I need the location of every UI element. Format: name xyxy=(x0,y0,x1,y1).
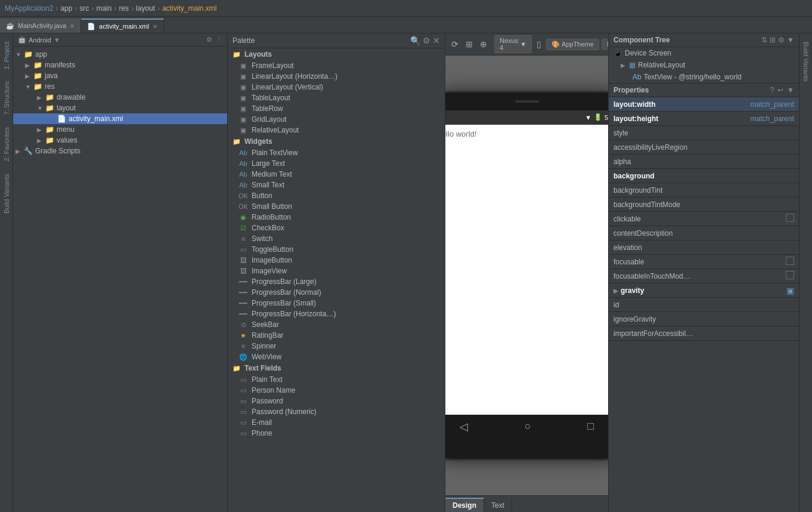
comp-tree-textview[interactable]: Ab TextView - @string/hello_world xyxy=(609,71,799,83)
prop-layout-width[interactable]: layout:width match_parent xyxy=(609,97,799,112)
palette-item-phone[interactable]: ▭ Phone xyxy=(228,428,445,439)
portrait-button[interactable]: ▯ xyxy=(534,38,544,50)
palette-menu-button[interactable]: ⚙ xyxy=(423,36,430,45)
palette-item-framelayout[interactable]: ▣ FrameLayout xyxy=(228,60,445,71)
palette-section-layouts[interactable]: 📁 Layouts xyxy=(228,48,445,60)
tree-item-menu[interactable]: ▶ 📁 menu xyxy=(13,124,227,135)
palette-search-button[interactable]: 🔍 xyxy=(410,36,420,45)
palette-item-tablerow[interactable]: ▣ TableRow xyxy=(228,103,445,114)
back-button[interactable]: ◁ xyxy=(460,420,468,433)
close-icon[interactable]: ✕ xyxy=(153,23,157,30)
prop-background-tint[interactable]: backgroundTint xyxy=(609,183,799,198)
zoom-in-button[interactable]: ⊕ xyxy=(478,38,489,50)
prop-elevation[interactable]: elevation xyxy=(609,240,799,255)
palette-item-checkbox[interactable]: ☑ CheckBox xyxy=(228,223,445,233)
prop-accessibility-live-region[interactable]: accessibilityLiveRegion xyxy=(609,140,799,155)
side-tab-build-variants[interactable]: Build Variants xyxy=(2,170,11,217)
tree-item-drawable[interactable]: ▶ 📁 drawable xyxy=(13,92,227,103)
device-selector[interactable]: Nexus 4 ▼ xyxy=(494,35,532,53)
palette-item-ratingbar[interactable]: ★ RatingBar xyxy=(228,330,445,341)
palette-item-progressbar-small[interactable]: ━━ ProgressBar (Small) xyxy=(228,298,445,309)
tree-item-app[interactable]: ▼ 📁 app xyxy=(13,49,227,60)
rotate-button[interactable]: ⟳ xyxy=(449,38,461,50)
palette-item-spinner[interactable]: ≡ Spinner xyxy=(228,341,445,351)
palette-item-progressbar-horizontal[interactable]: ━━ ProgressBar (Horizonta…) xyxy=(228,309,445,319)
tab-activity-main-xml[interactable]: 📄 activity_main.xml ✕ xyxy=(81,18,164,33)
help-icon[interactable]: ? xyxy=(770,86,774,94)
prop-content-description[interactable]: contentDescription xyxy=(609,226,799,240)
palette-item-tablelayout[interactable]: ▣ TableLayout xyxy=(228,92,445,103)
gear-icon[interactable]: ⚙ xyxy=(778,36,785,44)
palette-item-linearlayout-h[interactable]: ▣ LinearLayout (Horizonta…) xyxy=(228,71,445,82)
palette-item-relativelayout[interactable]: ▣ RelativeLayout xyxy=(228,125,445,135)
filter-icon[interactable]: ▼ xyxy=(787,86,794,94)
tree-item-activity-main[interactable]: 📄 activity_main.xml xyxy=(13,113,227,124)
undo-icon[interactable]: ↩ xyxy=(777,86,783,94)
palette-item-small-text[interactable]: Ab Small Text xyxy=(228,180,445,190)
tree-item-res[interactable]: ▼ 📁 res xyxy=(13,81,227,92)
palette-item-seekbar[interactable]: ⊙ SeekBar xyxy=(228,319,445,330)
tree-item-java[interactable]: ▶ 📁 java xyxy=(13,70,227,81)
palette-item-webview[interactable]: 🌐 WebView xyxy=(228,351,445,362)
prop-background-tint-mode[interactable]: backgroundTintMode xyxy=(609,198,799,212)
palette-item-small-button[interactable]: OK Small Button xyxy=(228,201,445,212)
side-tab-favorites[interactable]: 2: Favorites xyxy=(2,124,11,165)
tree-item-values[interactable]: ▶ 📁 values xyxy=(13,135,227,146)
palette-item-linearlayout-v[interactable]: ▣ LinearLayout (Vertical) xyxy=(228,82,445,92)
checkbox-focusable[interactable] xyxy=(786,257,794,265)
tree-item-manifests[interactable]: ▶ 📁 manifests xyxy=(13,60,227,70)
palette-item-progressbar-large[interactable]: ━━ ProgressBar (Large) xyxy=(228,276,445,287)
checkbox-focusable-touch[interactable] xyxy=(786,271,794,279)
fit-button[interactable]: ⊞ xyxy=(463,38,475,50)
prop-important-accessibility[interactable]: importantForAccessibil… xyxy=(609,326,799,341)
filter-icon[interactable]: ▼ xyxy=(787,36,794,44)
palette-item-large-text[interactable]: Ab Large Text xyxy=(228,158,445,169)
palette-item-medium-text[interactable]: Ab Medium Text xyxy=(228,169,445,180)
tree-item-layout[interactable]: ▼ 📁 layout xyxy=(13,103,227,113)
palette-close-button[interactable]: ✕ xyxy=(433,36,440,45)
right-side-tab-build-variants[interactable]: Build Variants xyxy=(801,38,811,85)
gear-icon[interactable]: ⚙ xyxy=(206,36,212,44)
tree-item-gradle[interactable]: ▶ 🔧 Gradle Scripts xyxy=(13,146,227,156)
prop-background[interactable]: background xyxy=(609,169,799,183)
palette-section-widgets[interactable]: 📁 Widgets xyxy=(228,135,445,147)
checkbox-clickable[interactable] xyxy=(786,214,794,222)
prop-gravity[interactable]: ▶gravity ▣ xyxy=(609,283,799,298)
prop-layout-height[interactable]: layout:height match_parent xyxy=(609,112,799,126)
sort-alpha-icon[interactable]: ⊞ xyxy=(770,36,776,44)
palette-section-text-fields[interactable]: 📁 Text Fields xyxy=(228,362,445,374)
side-tab-project[interactable]: 1: Project xyxy=(2,38,11,73)
prop-clickable[interactable]: clickable xyxy=(609,212,799,226)
palette-item-togglebutton[interactable]: ▭ ToggleButton xyxy=(228,244,445,255)
palette-item-progressbar-normal[interactable]: ━━ ProgressBar (Normal) xyxy=(228,287,445,298)
comp-tree-relativelayout[interactable]: ▶ ▦ RelativeLayout xyxy=(609,59,799,71)
palette-item-gridlayout[interactable]: ▣ GridLayout xyxy=(228,114,445,125)
prop-id[interactable]: id xyxy=(609,298,799,312)
tab-text[interactable]: Text xyxy=(484,499,512,512)
palette-item-radiobutton[interactable]: ◉ RadioButton xyxy=(228,212,445,223)
prop-focusable[interactable]: focusable xyxy=(609,255,799,269)
palette-item-password[interactable]: ▭ Password xyxy=(228,396,445,406)
palette-item-plain-text[interactable]: ▭ Plain Text xyxy=(228,374,445,385)
prop-focusable-touch[interactable]: focusableInTouchMod… xyxy=(609,269,799,283)
home-button[interactable]: ○ xyxy=(525,420,531,433)
prop-alpha[interactable]: alpha xyxy=(609,155,799,169)
comp-tree-device-screen[interactable]: 📱 Device Screen xyxy=(609,47,799,59)
prop-ignore-gravity[interactable]: ignoreGravity xyxy=(609,312,799,326)
sort-icon[interactable]: ⇅ xyxy=(761,36,767,44)
canvas-area[interactable]: ▼ 🔋 5:00 Hello world! ◁ ○ □ xyxy=(445,55,608,495)
side-tab-structure[interactable]: 7: Structure xyxy=(2,78,11,119)
palette-item-plain-textview[interactable]: Ab Plain TextView xyxy=(228,147,445,158)
theme-selector[interactable]: 🎨 AppTheme xyxy=(546,39,599,50)
palette-item-email[interactable]: ▭ E-mail xyxy=(228,417,445,428)
recent-button[interactable]: □ xyxy=(587,420,594,433)
palette-item-imagebutton[interactable]: 🖼 ImageButton xyxy=(228,255,445,266)
close-icon[interactable]: ✕ xyxy=(70,23,75,29)
tab-design[interactable]: Design xyxy=(445,498,484,512)
palette-item-person-name[interactable]: ▭ Person Name xyxy=(228,385,445,396)
palette-item-imageview[interactable]: 🖼 ImageView xyxy=(228,266,445,276)
tab-mainactivity-java[interactable]: ☕ MainActivity.java ✕ xyxy=(0,18,81,33)
palette-item-switch[interactable]: ≡ Switch xyxy=(228,233,445,244)
more-icon[interactable]: ⋮ xyxy=(216,36,222,44)
palette-item-button[interactable]: OK Button xyxy=(228,190,445,201)
